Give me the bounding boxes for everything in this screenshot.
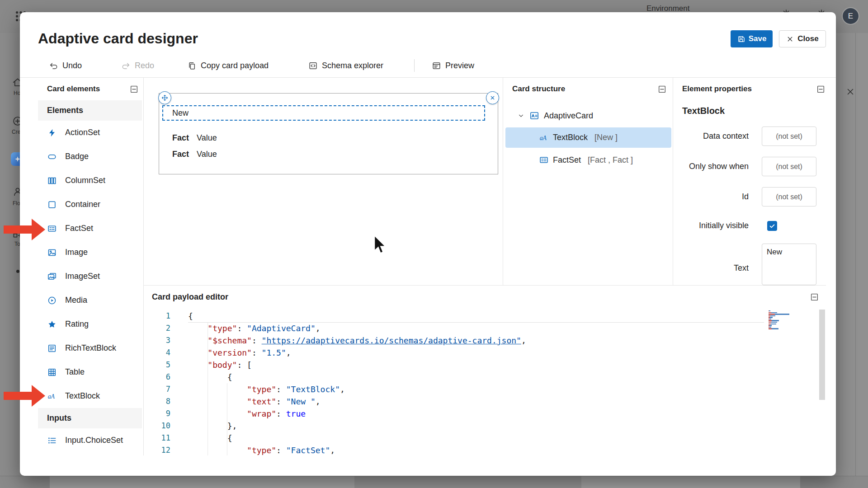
element-item-label: FactSet: [65, 224, 93, 233]
element-item-label: Table: [65, 367, 85, 377]
tree-row-factset[interactable]: FactSet [Fact , Fact ]: [505, 150, 671, 169]
initially-visible-label: Initially visible: [673, 216, 749, 235]
factset-row[interactable]: Fact Value: [172, 133, 217, 143]
move-handle[interactable]: [158, 91, 171, 104]
line-number: 1: [144, 310, 170, 322]
editor-scrollbar[interactable]: [819, 310, 825, 400]
minimap-line: [769, 328, 778, 329]
element-item-factset[interactable]: FactSet: [38, 216, 142, 240]
code-line: 8 "text": "New ",: [144, 395, 826, 408]
data-context-button[interactable]: (not set): [762, 127, 816, 146]
save-label: Save: [749, 34, 767, 43]
initially-visible-checkbox[interactable]: [767, 221, 777, 231]
nav-label-tools: To: [14, 241, 20, 247]
undo-label: Undo: [62, 61, 82, 70]
footer-block: [50, 476, 354, 488]
copy-label: Copy card payload: [201, 61, 269, 70]
element-item-label: ActionSet: [65, 128, 100, 137]
code-editor[interactable]: 1{2 "type": "AdaptiveCard",3 "$schema": …: [144, 309, 826, 455]
collapse-card-structure-button[interactable]: [658, 85, 666, 94]
columnset-icon: [47, 176, 57, 186]
element-item-table[interactable]: Table: [38, 360, 142, 384]
media-icon: [47, 296, 57, 305]
adaptive-card-designer-dialog: Adaptive card designer Save Close UndoRe…: [20, 12, 836, 476]
preview-label: Preview: [445, 61, 474, 70]
annotation-arrow-factset: [4, 219, 45, 240]
move-icon: [161, 94, 169, 102]
element-item-label: TextBlock: [65, 391, 100, 401]
code-line: 2 "type": "AdaptiveCard",: [144, 322, 826, 334]
section-header-elements: Elements: [38, 100, 142, 121]
element-item-input-choiceset[interactable]: Input.ChoiceSet: [38, 428, 142, 452]
card-payload-editor-panel: Card payload editor 1{2 "type": "Adaptiv…: [144, 285, 826, 455]
undo-button[interactable]: Undo: [49, 56, 82, 75]
minimap-line: [769, 310, 770, 311]
element-item-actionset[interactable]: ActionSet: [38, 121, 142, 145]
collapse-payload-editor-button[interactable]: [810, 293, 819, 301]
background-footer: [0, 476, 868, 488]
code-line: 9 "wrap": true: [144, 408, 826, 420]
textblock-text: New: [172, 108, 189, 118]
element-item-imageset[interactable]: ImageSet: [38, 264, 142, 288]
tree-row-textblock-selected[interactable]: aA TextBlock [New ]: [505, 127, 671, 148]
minimap[interactable]: [769, 310, 789, 330]
minimap-line: [769, 327, 771, 328]
code-line: 11 {: [144, 432, 826, 444]
element-item-richtextblock[interactable]: RichTextBlock: [38, 336, 142, 360]
selected-textblock[interactable]: New: [162, 105, 485, 121]
element-item-media[interactable]: Media: [38, 288, 142, 312]
card-payload-editor-title: Card payload editor: [152, 292, 228, 302]
table-icon: [47, 367, 57, 377]
selected-element-type: TextBlock: [682, 106, 725, 116]
minimap-line: [769, 315, 775, 316]
fact-value: Value: [197, 133, 217, 143]
minimap-line: [769, 325, 772, 326]
element-item-label: Input.ChoiceSet: [65, 436, 123, 445]
undo-icon: [49, 61, 58, 70]
element-item-container[interactable]: Container: [38, 192, 142, 216]
background-panel-divider: [855, 33, 856, 476]
textblock-icon: aA: [539, 133, 549, 143]
schema-button[interactable]: Schema explorer: [308, 56, 383, 75]
delete-icon: [489, 94, 496, 102]
text-property-input[interactable]: New: [762, 244, 816, 285]
choiceset-icon: [47, 436, 57, 446]
element-item-columnset[interactable]: ColumnSet: [38, 169, 142, 192]
element-item-rating[interactable]: Rating: [38, 312, 142, 336]
code-line: 5 "body": [: [144, 359, 826, 371]
collapse-element-properties-button[interactable]: [816, 85, 825, 94]
tree-label: AdaptiveCard: [544, 111, 593, 121]
mouse-cursor: [373, 235, 387, 255]
factset-row[interactable]: Fact Value: [172, 150, 217, 159]
line-number: 6: [144, 371, 170, 383]
element-item-label: Badge: [65, 152, 89, 161]
element-item-label: Image: [65, 248, 88, 257]
only-show-when-button[interactable]: (not set): [762, 157, 816, 176]
card-preview[interactable]: New Fact Value Fact Value: [159, 93, 498, 174]
chevron-down-icon[interactable]: [517, 112, 525, 120]
delete-element-button[interactable]: [486, 91, 499, 104]
nav-label-create: Cre: [12, 129, 20, 135]
id-button[interactable]: (not set): [762, 187, 816, 206]
copy-button[interactable]: Copy card payload: [187, 56, 269, 75]
collapse-card-elements-button[interactable]: [130, 85, 138, 94]
close-button[interactable]: Close: [779, 30, 826, 47]
minimap-line: [769, 312, 777, 313]
save-button[interactable]: Save: [731, 30, 773, 47]
element-item-badge[interactable]: Badge: [38, 145, 142, 169]
background-close-icon: [845, 87, 855, 97]
nav-dot: [16, 270, 19, 273]
element-properties-title: Element properties: [682, 84, 752, 94]
minimap-line: [769, 314, 789, 314]
element-item-image[interactable]: Image: [38, 240, 142, 264]
toolbar-divider: [414, 59, 415, 72]
factset-icon: [539, 155, 549, 165]
line-number: 12: [144, 444, 170, 455]
design-canvas[interactable]: New Fact Value Fact Value: [144, 78, 503, 285]
annotation-arrow-textblock: [4, 385, 45, 407]
tree-row-adaptivecard[interactable]: AdaptiveCard: [503, 107, 593, 125]
line-number: 4: [144, 347, 170, 359]
preview-button[interactable]: Preview: [432, 56, 474, 75]
element-item-textblock[interactable]: aATextBlock: [38, 384, 142, 408]
card-elements-list: ElementsActionSetBadgeColumnSetContainer…: [38, 100, 142, 452]
